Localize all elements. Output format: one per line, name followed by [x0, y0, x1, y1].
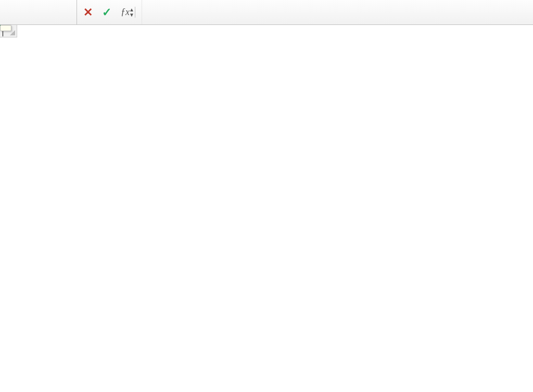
formula-input[interactable]: [142, 0, 533, 24]
formula-bar-buttons: ✕ ✓ ƒx: [77, 0, 142, 24]
function-tooltip[interactable]: [0, 25, 11, 31]
fx-icon[interactable]: ƒx: [121, 7, 135, 18]
confirm-icon[interactable]: ✓: [102, 6, 111, 19]
name-box-wrap: ▲ ▼: [0, 0, 77, 24]
formula-bar: ▲ ▼ ✕ ✓ ƒx: [0, 0, 533, 25]
cancel-icon[interactable]: ✕: [83, 6, 93, 19]
